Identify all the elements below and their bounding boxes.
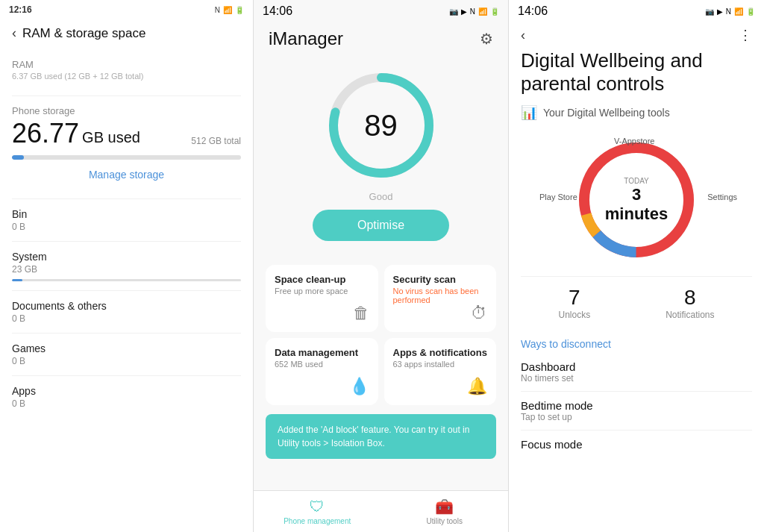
more-options-icon[interactable]: ⋮ — [739, 27, 752, 43]
panel1-header: ‹ RAM & storage space — [0, 19, 253, 50]
card-title-apps: Apps & notifications — [393, 347, 488, 358]
manage-storage-button[interactable]: Manage storage — [12, 163, 241, 190]
cleanup-icon: 🗑 — [353, 304, 369, 323]
card-apps-notifications[interactable]: Apps & notifications 63 apps installed 🔔 — [384, 338, 497, 405]
signal-icon-3: N — [726, 7, 731, 16]
data-icon: 💧 — [349, 377, 369, 396]
phone-mgmt-icon: 🛡 — [310, 498, 325, 516]
storage-item-bin: Bin 0 B — [0, 199, 253, 241]
status-bar-1: 12:16 N 📶 🔋 — [0, 0, 253, 19]
toast-banner: Added the 'Ad block' feature. You can tr… — [266, 414, 496, 459]
record-icon-2: 📷 — [449, 7, 458, 16]
card-space-cleanup[interactable]: Space clean-up Free up more space 🗑 — [266, 265, 378, 332]
notifications-value: 8 — [666, 286, 714, 310]
card-title-cleanup: Space clean-up — [275, 274, 369, 285]
panel2-header: iManager ⚙ — [254, 22, 508, 58]
wifi-icon-1: 📶 — [223, 6, 232, 14]
nav-phone-management[interactable]: 🛡 Phone management — [254, 491, 381, 532]
storage-item-value-docs: 0 B — [12, 313, 241, 324]
stat-unlocks: 7 Unlocks — [558, 286, 590, 320]
wellbeing-item-bedtime[interactable]: Bedtime mode Tap to set up — [509, 392, 764, 430]
notifications-label: Notifications — [666, 310, 714, 320]
ways-to-disconnect-link[interactable]: Ways to disconnect — [509, 329, 764, 353]
storage-item-apps: Apps 0 B — [0, 376, 253, 418]
stat-notifications: 8 Notifications — [666, 286, 714, 320]
storage-total: 512 GB total — [191, 136, 241, 149]
phone-storage-label: Phone storage — [12, 105, 241, 116]
score-container: 89 Good Optimise — [254, 58, 508, 256]
bottom-navigation: 🛡 Phone management 🧰 Utility tools — [254, 490, 508, 532]
panel-digital-wellbeing: 14:06 📷 ▶ N 📶 🔋 ‹ ⋮ Digital Wellbeing an… — [509, 0, 764, 532]
card-sub-security: No virus scan has been performed — [393, 287, 488, 304]
storage-bar-fill-system — [12, 279, 22, 281]
time-1: 12:16 — [9, 4, 32, 15]
optimise-button[interactable]: Optimise — [313, 210, 449, 241]
phone-storage-section: Phone storage 26.77 GB used 512 GB total… — [0, 96, 253, 198]
card-data-management[interactable]: Data management 652 MB used 💧 — [266, 338, 378, 405]
page-title-1: RAM & storage space — [22, 26, 145, 41]
back-button-3[interactable]: ‹ — [521, 28, 525, 43]
wellbeing-tools-row: 📊 Your Digital Wellbeing tools — [509, 104, 764, 133]
utility-icon: 🧰 — [435, 498, 454, 516]
feature-cards: Space clean-up Free up more space 🗑 Secu… — [254, 256, 508, 414]
ram-sublabel: 6.37 GB used (12 GB + 12 GB total) — [12, 72, 241, 81]
tools-label: Your Digital Wellbeing tools — [543, 107, 670, 119]
unlocks-label: Unlocks — [558, 310, 590, 320]
storage-item-name-apps: Apps — [12, 385, 241, 397]
storage-item-games: Games 0 B — [0, 334, 253, 375]
play-icon-3: ▶ — [717, 7, 723, 16]
dashboard-title: Dashboard — [521, 360, 752, 373]
storage-item-system: System 23 GB — [0, 242, 253, 290]
time-3: 14:06 — [518, 4, 548, 18]
card-title-security: Security scan — [393, 274, 488, 285]
status-icons-1: N 📶 🔋 — [215, 6, 244, 14]
bedtime-title: Bedtime mode — [521, 399, 752, 412]
nav-label-phone: Phone management — [284, 517, 351, 525]
storage-progress-bar — [12, 155, 241, 160]
wifi-icon-3: 📶 — [734, 7, 743, 16]
storage-item-value-system: 23 GB — [12, 264, 241, 275]
score-value: 89 — [364, 109, 398, 143]
wellbeing-item-focus[interactable]: Focus mode — [509, 431, 764, 458]
score-donut: 89 — [322, 66, 441, 185]
panel-ram-storage: 12:16 N 📶 🔋 ‹ RAM & storage space RAM 6.… — [0, 0, 254, 532]
status-bar-3: 14:06 📷 ▶ N 📶 🔋 — [509, 0, 764, 22]
play-icon-2: ▶ — [461, 7, 467, 16]
storage-item-value-games: 0 B — [12, 356, 241, 366]
storage-item-name-docs: Documents & others — [12, 300, 241, 312]
security-icon: ⏱ — [471, 304, 487, 323]
storage-used-value: 26.77 GB used — [12, 118, 140, 149]
status-bar-2: 14:06 📷 ▶ N 📶 🔋 — [254, 0, 508, 22]
panel-imanager: 14:06 📷 ▶ N 📶 🔋 iManager ⚙ 89 Good Optim… — [254, 0, 509, 532]
card-sub-cleanup: Free up more space — [275, 287, 369, 295]
storage-item-name-system: System — [12, 251, 241, 263]
stats-row: 7 Unlocks 8 Notifications — [521, 276, 752, 329]
chart-labels: V-Appstore Play Store Settings — [569, 133, 704, 267]
settings-icon[interactable]: ⚙ — [480, 30, 493, 48]
label-settings: Settings — [707, 193, 737, 201]
wellbeing-items-list: Dashboard No timers set Bedtime mode Tap… — [509, 353, 764, 458]
panel3-header: ‹ ⋮ — [509, 22, 764, 49]
usage-donut: TODAY 3 minutes V-Appstore Play Store Se… — [569, 133, 704, 267]
battery-icon-1: 🔋 — [235, 6, 244, 14]
storage-item-value-bin: 0 B — [12, 222, 241, 232]
back-button[interactable]: ‹ — [12, 25, 16, 41]
label-vappstore: V-Appstore — [614, 137, 654, 145]
battery-icon-2: 🔋 — [490, 7, 499, 16]
page-title-2: iManager — [269, 28, 343, 49]
storage-item-bar-system — [12, 279, 241, 281]
status-icons-2: 📷 ▶ N 📶 🔋 — [449, 7, 499, 16]
storage-item-name-games: Games — [12, 342, 241, 354]
unlocks-value: 7 — [558, 286, 590, 310]
wellbeing-item-dashboard[interactable]: Dashboard No timers set — [509, 353, 764, 391]
label-playstore: Play Store — [539, 193, 577, 201]
nav-utility-tools[interactable]: 🧰 Utility tools — [381, 491, 509, 532]
dashboard-sub: No timers set — [521, 373, 752, 384]
card-security-scan[interactable]: Security scan No virus scan has been per… — [384, 265, 497, 332]
storage-progress-fill — [12, 155, 24, 160]
storage-item-docs: Documents & others 0 B — [0, 291, 253, 333]
card-sub-apps: 63 apps installed — [393, 360, 488, 369]
focus-title: Focus mode — [521, 438, 752, 451]
apps-icon: 🔔 — [467, 377, 487, 396]
card-title-data: Data management — [275, 347, 369, 358]
